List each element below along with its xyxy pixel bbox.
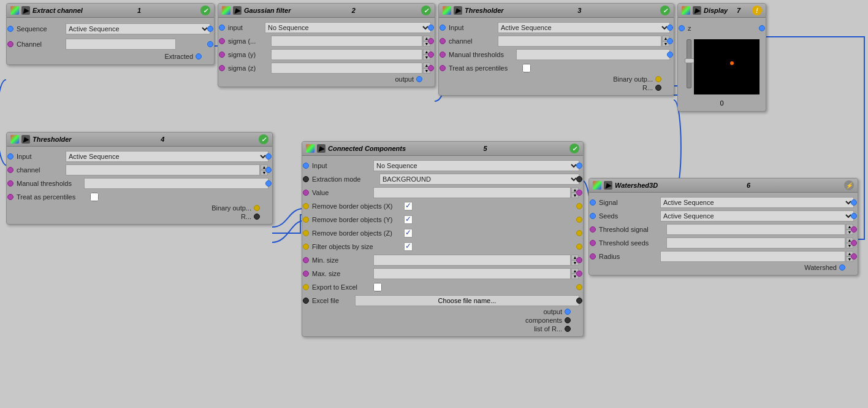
channel-input[interactable]: 0 (ch 1) [498, 36, 661, 47]
sequence-output-port [207, 26, 213, 32]
input-output-port [667, 25, 673, 31]
display-dot [730, 61, 734, 65]
components-label: components [525, 317, 562, 324]
play-button[interactable]: ▶ [21, 6, 30, 15]
sequence-label: Sequence [17, 25, 66, 33]
channel-label: channel [449, 37, 498, 45]
min-size-label: Min. size [312, 256, 373, 264]
r-output-port [254, 214, 260, 220]
play-button[interactable]: ▶ [693, 6, 701, 15]
channel-port [440, 38, 446, 44]
channel-output-port [207, 41, 213, 47]
watershed-output-port [839, 264, 845, 271]
z-slider-thumb[interactable] [685, 58, 695, 63]
thresholder-4-node: ▶ Thresholder 4 ✓ Input Active Sequence … [6, 132, 273, 225]
input-label: Input [17, 153, 66, 160]
thresh-seeds-input[interactable]: 100 [666, 237, 845, 248]
export-excel-port [303, 284, 309, 290]
border-x-checkbox[interactable] [404, 202, 413, 210]
min-size-input[interactable]: 800 [373, 255, 571, 266]
r-label: R... [241, 213, 251, 220]
manual-thresh-label: Manual thresholds [17, 180, 84, 187]
manual-thresh-input[interactable]: 19500.0 65000.0 [84, 178, 268, 189]
input-select[interactable]: Active Sequence [498, 22, 670, 33]
play-button[interactable]: ▶ [454, 6, 462, 15]
sequence-select[interactable]: Active Sequence [66, 23, 210, 34]
excel-file-output-port [576, 298, 582, 304]
node-number: 6 [747, 182, 750, 189]
export-excel-checkbox[interactable] [373, 283, 382, 291]
filter-size-checkbox[interactable] [404, 242, 413, 251]
filter-size-label: Filter objects by size [312, 243, 404, 250]
channel-input[interactable]: 1 [66, 39, 176, 50]
thresholder-4-header: ▶ Thresholder 4 ✓ [7, 133, 272, 147]
min-size-port [303, 257, 309, 263]
extracted-output-port [196, 53, 202, 60]
node-number: 2 [352, 7, 356, 14]
border-z-label: Remove border objects (Z) [312, 229, 404, 237]
border-y-label: Remove border objects (Y) [312, 216, 404, 223]
list-port [565, 326, 571, 332]
play-button[interactable]: ▶ [233, 6, 242, 15]
radius-label: Radius [599, 253, 660, 260]
excel-file-label: Excel file [312, 297, 355, 304]
channel-input[interactable]: 0 (ch 1) [66, 164, 260, 175]
radius-input[interactable]: 2 [660, 251, 845, 262]
input-select[interactable]: No Sequence [373, 160, 579, 171]
input-select[interactable]: No Sequence [265, 22, 431, 33]
border-y-output-port [576, 217, 582, 223]
seeds-output-port [851, 213, 857, 219]
manual-thresh-port [7, 180, 13, 187]
z-label: z [688, 25, 737, 32]
border-z-port [303, 230, 309, 236]
seeds-select[interactable]: Active Sequence [660, 210, 854, 221]
radius-port [590, 253, 596, 260]
thresh-signal-input[interactable]: 10 [666, 224, 845, 235]
input-output-port [428, 25, 434, 31]
seeds-port [590, 213, 596, 219]
thresh-seeds-output-port [851, 240, 857, 246]
extraction-mode-select[interactable]: BACKGROUND [379, 174, 579, 185]
border-z-checkbox[interactable] [404, 229, 413, 237]
treat-percentiles-checkbox[interactable] [522, 64, 531, 72]
extraction-mode-port [303, 176, 309, 182]
value-output-port [576, 190, 582, 196]
filter-size-port [303, 244, 309, 250]
binary-output-port [254, 205, 260, 211]
min-size-output-port [576, 257, 582, 263]
treat-percentiles-label: Treat as percentiles [449, 64, 522, 72]
max-size-output-port [576, 271, 582, 277]
play-button[interactable]: ▶ [604, 181, 612, 190]
gaussian-filter-header: ▶ Gaussian filter 2 ✓ [218, 4, 435, 18]
export-excel-output-port [576, 284, 582, 290]
cc-output-port [565, 309, 571, 315]
manual-thresh-input[interactable]: 11500.0 65000.0 [516, 49, 670, 60]
filter-size-output-port [576, 244, 582, 250]
node-color-icon [306, 144, 314, 153]
sigma-z-input[interactable]: 0 [271, 63, 422, 74]
signal-select[interactable]: Active Sequence [660, 197, 854, 208]
thresh-signal-port [590, 226, 596, 233]
input-select[interactable]: Active Sequence [66, 151, 268, 162]
value-input[interactable]: 0 [373, 187, 571, 198]
export-excel-label: Export to Excel [312, 283, 373, 291]
thresh-seeds-port [590, 240, 596, 246]
border-y-checkbox[interactable] [404, 215, 413, 224]
excel-file-button[interactable]: Choose file name... [355, 295, 579, 306]
sigma-y-input[interactable]: 1 [271, 49, 422, 60]
sigma-y-port [219, 52, 225, 58]
border-z-output-port [576, 230, 582, 236]
play-button[interactable]: ▶ [317, 144, 326, 153]
sigma-z-output-port [428, 65, 434, 71]
max-size-input[interactable]: 100000 [373, 268, 571, 279]
node-title: Thresholder [32, 136, 72, 143]
play-button[interactable]: ▶ [21, 135, 30, 144]
sigma-x-input[interactable]: 1 [271, 36, 422, 47]
output-label: output [395, 75, 414, 83]
signal-port [590, 199, 596, 206]
node-number: 3 [577, 7, 581, 14]
sigma-z-label: sigma (z) [228, 64, 271, 72]
r-label: R... [642, 84, 653, 91]
treat-percentiles-checkbox[interactable] [90, 193, 99, 201]
status-badge: ⚡ [844, 180, 854, 190]
